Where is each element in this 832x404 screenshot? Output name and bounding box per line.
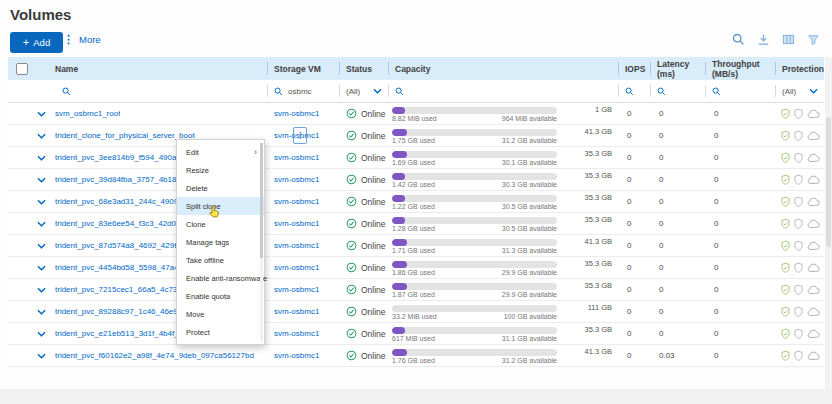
online-check-icon — [346, 130, 357, 141]
search-icon — [712, 87, 721, 96]
hand-cursor-icon — [208, 205, 221, 224]
menu-item[interactable]: Enable quota› — [177, 287, 264, 305]
volume-name-link[interactable]: trident_clone_for_physical_server_boot — [55, 131, 195, 140]
chevron-down-icon[interactable] — [37, 309, 46, 315]
capacity-available: 964 MiB available — [392, 115, 557, 122]
chevron-down-icon[interactable] — [37, 331, 46, 337]
capacity-total: 35.3 GB — [560, 193, 612, 202]
shield-check-icon — [780, 240, 791, 252]
chevron-down-icon[interactable] — [37, 133, 46, 139]
filter-icon[interactable] — [807, 33, 820, 46]
shield-check-icon — [780, 284, 791, 296]
download-icon[interactable] — [757, 33, 770, 46]
column-header-iops[interactable]: IOPS — [618, 57, 650, 80]
storage-vm-link[interactable]: svm-osbmc1 — [274, 263, 319, 272]
latency-value: 0 — [650, 213, 705, 234]
status-text: Online — [361, 197, 386, 207]
latency-filter[interactable] — [650, 80, 705, 102]
capacity-available: 31.3 GB available — [392, 247, 557, 254]
name-filter[interactable] — [55, 80, 267, 102]
menu-item[interactable]: Protect› — [177, 323, 264, 341]
chevron-down-icon[interactable] — [37, 265, 46, 271]
table-row: trident_pvc_87d574a8_4692_429f_82b6 ⋮ sv… — [8, 235, 824, 257]
chevron-down-icon[interactable] — [37, 111, 46, 117]
capacity-available: 100 GB available — [392, 313, 557, 320]
storage-vm-link[interactable]: svm-osbmc1 — [274, 285, 319, 294]
storage-vm-link[interactable]: svm-osbmc1 — [274, 351, 319, 360]
protection-filter[interactable]: (All) — [775, 80, 824, 102]
cloud-icon — [806, 240, 821, 251]
column-header-storage-vm[interactable]: Storage VM — [267, 57, 339, 80]
volume-name-link[interactable]: trident_pvc_f60162e2_a98f_4e74_9deb_097c… — [55, 351, 254, 360]
column-header-throughput[interactable]: Throughput (MB/s) — [705, 57, 775, 80]
more-button[interactable]: ⋮ More — [63, 34, 101, 45]
chevron-down-icon[interactable] — [37, 177, 46, 183]
capacity-bar-fill — [392, 107, 405, 114]
menu-scrollbar[interactable] — [260, 143, 263, 341]
menu-item[interactable]: Delete› — [177, 179, 264, 197]
capacity-filter[interactable] — [388, 80, 618, 102]
storage-vm-link[interactable]: svm-osbmc1 — [274, 219, 319, 228]
storage-vm-filter-value[interactable]: osbmc — [288, 87, 312, 96]
volume-name-link[interactable]: svm_osbmc1_root — [55, 109, 120, 118]
chevron-down-icon[interactable] — [37, 221, 46, 227]
storage-vm-link[interactable]: svm-osbmc1 — [274, 131, 319, 140]
storage-vm-link[interactable]: svm-osbmc1 — [274, 175, 319, 184]
columns-icon[interactable] — [782, 33, 795, 46]
capacity-bar-fill — [392, 173, 405, 180]
protection-icons — [775, 191, 824, 212]
capacity-available: 31.2 GB available — [392, 137, 557, 144]
capacity-total: 35.3 GB — [560, 281, 612, 290]
table-row: trident_pvc_39d84fba_3757_4b18_8210 ⋮ sv… — [8, 169, 824, 191]
storage-vm-link[interactable]: svm-osbmc1 — [274, 109, 319, 118]
online-check-icon — [346, 218, 357, 229]
table-toolbar-icons — [732, 33, 820, 46]
latency-value: 0.03 — [650, 345, 705, 366]
status-text: Online — [361, 219, 386, 229]
latency-value: 0 — [650, 169, 705, 190]
column-header-latency[interactable]: Latency (ms) — [650, 57, 705, 80]
capacity-available: 30.5 GB available — [392, 225, 557, 232]
select-all-checkbox[interactable] — [16, 63, 28, 75]
menu-item[interactable]: Resize› — [177, 161, 264, 179]
menu-item[interactable]: Manage tags› — [177, 233, 264, 251]
status-filter[interactable]: (All) — [339, 80, 388, 102]
table-row: svm_osbmc1_root ⋮ svm-osbmc1 Online 1 GB… — [8, 103, 824, 125]
iops-value: 0 — [618, 301, 650, 322]
vertical-dots-icon: ⋮ — [63, 34, 74, 45]
chevron-down-icon[interactable] — [37, 243, 46, 249]
storage-vm-filter[interactable]: osbmc — [267, 80, 339, 102]
page-scrollbar[interactable] — [825, 57, 832, 390]
menu-item[interactable]: Enable anti-ransomware› — [177, 269, 264, 287]
menu-item[interactable]: Take offline› — [177, 251, 264, 269]
throughput-filter[interactable] — [705, 80, 775, 102]
column-header-protection[interactable]: Protection — [775, 57, 824, 80]
menu-item[interactable]: Edit› — [177, 143, 264, 161]
add-button[interactable]: + Add — [10, 32, 63, 53]
protection-icons — [775, 213, 824, 234]
online-check-icon — [346, 284, 357, 295]
search-icon[interactable] — [732, 33, 745, 46]
iops-filter[interactable] — [618, 80, 650, 102]
capacity-total: 35.3 GB — [560, 149, 612, 158]
column-header-name[interactable]: Name — [55, 57, 267, 80]
capacity-bar-fill — [392, 129, 407, 136]
chevron-down-icon[interactable] — [37, 353, 46, 359]
column-header-status[interactable]: Status — [339, 57, 388, 80]
chevron-down-icon[interactable] — [37, 287, 46, 293]
capacity-total: 41.3 GB — [560, 127, 612, 136]
storage-vm-link[interactable]: svm-osbmc1 — [274, 241, 319, 250]
column-header-capacity[interactable]: Capacity — [388, 57, 618, 80]
storage-vm-link[interactable]: svm-osbmc1 — [274, 153, 319, 162]
storage-vm-link[interactable]: svm-osbmc1 — [274, 197, 319, 206]
protection-icons — [775, 301, 824, 322]
chevron-down-icon[interactable] — [37, 155, 46, 161]
capacity-total: 1 GB — [560, 105, 612, 114]
menu-item[interactable]: Move› — [177, 305, 264, 323]
chevron-down-icon[interactable] — [37, 199, 46, 205]
table-row: trident_pvc_e21eb513_3d1f_4b4f_afa2_0af6… — [8, 323, 824, 345]
iops-value: 0 — [618, 103, 650, 124]
storage-vm-link[interactable]: svm-osbmc1 — [274, 307, 319, 316]
protection-icons — [775, 103, 824, 124]
storage-vm-link[interactable]: svm-osbmc1 — [274, 329, 319, 338]
